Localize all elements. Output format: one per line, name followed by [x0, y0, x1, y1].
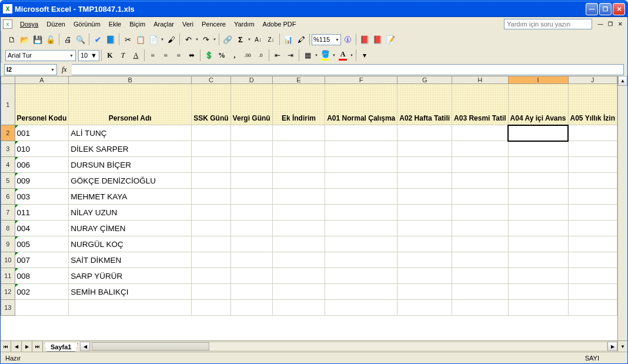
spelling-icon[interactable]: ✔: [91, 33, 104, 46]
cell-E13[interactable]: [272, 300, 325, 316]
cell-I4[interactable]: [508, 157, 568, 173]
cell-C9[interactable]: [192, 236, 231, 252]
cell-G11[interactable]: [397, 268, 452, 284]
cell-G6[interactable]: [397, 189, 452, 205]
autosum-dropdown[interactable]: ▼: [247, 38, 252, 41]
minimize-button[interactable]: —: [586, 3, 598, 15]
cell-B13[interactable]: [69, 300, 192, 316]
cell-A11[interactable]: 008: [15, 268, 69, 284]
row-header-5[interactable]: 5: [1, 173, 15, 189]
print-preview-icon[interactable]: 🔍: [74, 33, 87, 46]
cell-I7[interactable]: [508, 205, 568, 221]
cell-F7[interactable]: [325, 205, 397, 221]
header-cell[interactable]: Ek İndirim: [272, 84, 325, 125]
cell-D3[interactable]: [231, 141, 272, 157]
cell-F4[interactable]: [325, 157, 397, 173]
grid[interactable]: ABCDEFGHIJ1Personel KoduPersonel AdıSSK …: [1, 76, 617, 340]
cell-D4[interactable]: [231, 157, 272, 173]
cell-C8[interactable]: [192, 221, 231, 236]
cell-G13[interactable]: [397, 300, 452, 316]
cell-J7[interactable]: [568, 205, 617, 221]
cell-D11[interactable]: [231, 268, 272, 284]
chart-wizard-icon[interactable]: 📊: [282, 33, 295, 46]
cell-C13[interactable]: [192, 300, 231, 316]
horizontal-scrollbar[interactable]: ◀ ▶: [80, 341, 617, 352]
cell-E4[interactable]: [272, 157, 325, 173]
pdf-email-icon[interactable]: 📕: [371, 33, 384, 46]
cell-A7[interactable]: 011: [15, 205, 69, 221]
pdf-convert-icon[interactable]: 📕: [358, 33, 371, 46]
cell-H10[interactable]: [452, 252, 508, 268]
italic-button[interactable]: T: [116, 49, 129, 62]
menu-yardim[interactable]: Yardım: [230, 19, 259, 29]
row-header-2[interactable]: 2: [1, 125, 15, 141]
cell-A2[interactable]: 001: [15, 125, 69, 141]
cell-B12[interactable]: SEMİH BALIKÇI: [69, 284, 192, 300]
col-header-H[interactable]: H: [452, 76, 508, 84]
font-name-combo[interactable]: Arial Tur▼: [5, 50, 76, 61]
tab-next-button[interactable]: ▶: [22, 341, 32, 352]
research-icon[interactable]: 📘: [104, 33, 117, 46]
open-icon[interactable]: 📂: [18, 33, 31, 46]
cell-B2[interactable]: ALİ TUNÇ: [69, 125, 192, 141]
cell-E12[interactable]: [272, 284, 325, 300]
cell-F5[interactable]: [325, 173, 397, 189]
cell-H2[interactable]: [452, 125, 508, 141]
vertical-scrollbar[interactable]: ▲: [617, 76, 627, 340]
permission-icon[interactable]: 🔓: [44, 33, 57, 46]
cell-D7[interactable]: [231, 205, 272, 221]
cell-E7[interactable]: [272, 205, 325, 221]
font-size-combo[interactable]: 10▼: [78, 50, 99, 61]
cell-J3[interactable]: [568, 141, 617, 157]
zoom-combo[interactable]: %115▼: [312, 34, 341, 45]
cell-J6[interactable]: [568, 189, 617, 205]
new-icon[interactable]: 🗋: [5, 33, 18, 46]
col-header-C[interactable]: C: [192, 76, 231, 84]
cell-J11[interactable]: [568, 268, 617, 284]
name-box[interactable]: I2▼: [4, 64, 57, 75]
col-header-F[interactable]: F: [325, 76, 397, 84]
tab-first-button[interactable]: ⏮: [1, 341, 11, 352]
cell-I2[interactable]: [508, 125, 568, 141]
cell-D12[interactable]: [231, 284, 272, 300]
row-header-6[interactable]: 6: [1, 189, 15, 205]
cell-A5[interactable]: 009: [15, 173, 69, 189]
header-cell[interactable]: A01 Normal Çalışma: [325, 84, 397, 125]
paste-icon[interactable]: 📄: [147, 33, 160, 46]
cell-J2[interactable]: [568, 125, 617, 141]
borders-dropdown[interactable]: ▼: [314, 54, 319, 57]
borders-icon[interactable]: ▦: [301, 49, 314, 62]
maximize-button[interactable]: ❐: [599, 3, 612, 15]
underline-button[interactable]: A: [129, 49, 142, 62]
col-header-J[interactable]: J: [568, 76, 617, 84]
decrease-decimal-icon[interactable]: .0: [254, 49, 267, 62]
help-icon[interactable]: 🛈: [341, 33, 354, 46]
cell-B11[interactable]: SARP YÜRÜR: [69, 268, 192, 284]
cell-G9[interactable]: [397, 236, 452, 252]
cell-H3[interactable]: [452, 141, 508, 157]
align-center-icon[interactable]: ≡: [159, 49, 172, 62]
cell-C10[interactable]: [192, 252, 231, 268]
cell-C6[interactable]: [192, 189, 231, 205]
row-header-10[interactable]: 10: [1, 252, 15, 268]
cell-B4[interactable]: DURSUN BİÇER: [69, 157, 192, 173]
cell-I10[interactable]: [508, 252, 568, 268]
formula-input[interactable]: [72, 64, 624, 75]
header-cell[interactable]: A02 Hafta Tatili: [397, 84, 452, 125]
align-right-icon[interactable]: ≡: [172, 49, 185, 62]
redo-icon[interactable]: ↷: [199, 33, 212, 46]
merge-center-icon[interactable]: ⬌: [185, 49, 198, 62]
cell-J4[interactable]: [568, 157, 617, 173]
cell-G10[interactable]: [397, 252, 452, 268]
cell-C3[interactable]: [192, 141, 231, 157]
cell-A6[interactable]: 003: [15, 189, 69, 205]
fill-color-icon[interactable]: 🪣: [319, 49, 332, 62]
cell-A4[interactable]: 006: [15, 157, 69, 173]
cell-G8[interactable]: [397, 221, 452, 236]
cell-A10[interactable]: 007: [15, 252, 69, 268]
cell-C5[interactable]: [192, 173, 231, 189]
cell-F13[interactable]: [325, 300, 397, 316]
hscroll-thumb[interactable]: [92, 342, 209, 350]
comma-icon[interactable]: ,: [228, 49, 241, 62]
cell-B3[interactable]: DİLEK SARPER: [69, 141, 192, 157]
